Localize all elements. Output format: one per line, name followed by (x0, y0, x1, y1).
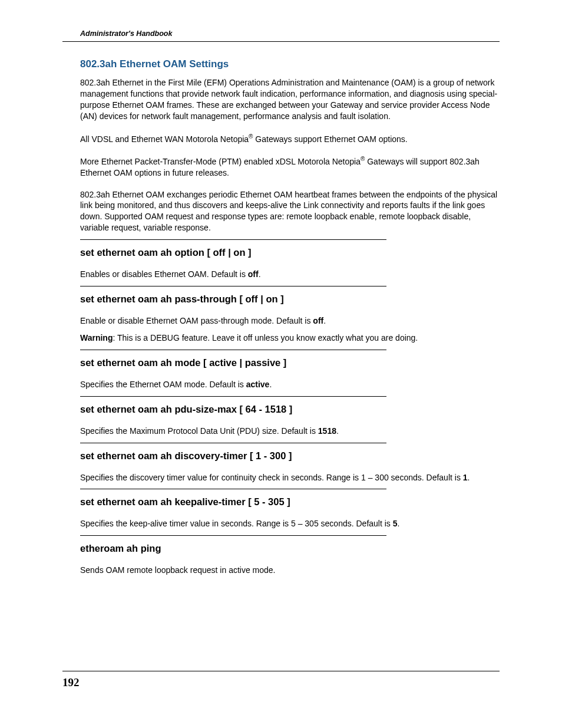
text: Specifies the Maximum Protocol Data Unit… (80, 426, 318, 436)
text: Specifies the discovery timer value for … (80, 473, 463, 482)
command-description: Specifies the Ethernet OAM mode. Default… (80, 379, 500, 390)
text: . (336, 426, 339, 436)
header-rule (62, 41, 500, 42)
command-heading: set ethernet oam ah mode [ active | pass… (80, 357, 500, 368)
command-heading: set ethernet oam ah pdu-size-max [ 64 - … (80, 404, 500, 415)
page-number: 192 (62, 676, 80, 689)
default-value: off (248, 269, 259, 279)
divider (80, 286, 386, 286)
text: . (269, 380, 272, 389)
intro-paragraph-4: 802.3ah Ethernet OAM exchanges periodic … (80, 189, 500, 234)
command-heading: set ethernet oam ah keepalive-timer [ 5 … (80, 496, 500, 508)
command-heading: set ethernet oam ah pass-through [ off |… (80, 294, 500, 305)
text: Enables or disables Ethernet OAM. Defaul… (80, 269, 248, 279)
text: . (259, 269, 261, 279)
divider (80, 239, 386, 240)
text: . (398, 519, 400, 528)
divider (80, 489, 386, 489)
text: . (323, 316, 326, 325)
default-value: 1 (463, 473, 468, 482)
divider (80, 535, 386, 536)
command-heading: etheroam ah ping (80, 543, 500, 554)
footer-rule (62, 671, 500, 671)
command-block: set ethernet oam ah option [ off | on ]E… (62, 239, 500, 280)
command-block: set ethernet oam ah keepalive-timer [ 5 … (62, 489, 500, 529)
command-description: Enables or disables Ethernet OAM. Defaul… (80, 269, 500, 280)
intro-paragraph-2: All VDSL and Ethernet WAN Motorola Netop… (80, 133, 500, 145)
text: Enable or disable Ethernet OAM pass-thro… (80, 316, 313, 325)
default-value: 5 (393, 519, 398, 528)
section-title: 802.3ah Ethernet OAM Settings (80, 58, 500, 70)
command-block: set ethernet oam ah pdu-size-max [ 64 - … (62, 396, 500, 437)
command-description: Specifies the keep-alive timer value in … (80, 518, 500, 529)
text: Sends OAM remote loopback request in act… (80, 565, 276, 575)
default-value: active (246, 380, 270, 389)
text: . (468, 473, 470, 482)
text: Specifies the keep-alive timer value in … (80, 519, 393, 528)
intro-paragraph-1: 802.3ah Ethernet in the First Mile (EFM)… (80, 77, 500, 122)
warning-label: Warning (80, 333, 113, 342)
command-description: Sends OAM remote loopback request in act… (80, 565, 500, 576)
command-block: set ethernet oam ah discovery-timer [ 1 … (62, 443, 500, 483)
command-heading: set ethernet oam ah discovery-timer [ 1 … (80, 450, 500, 462)
command-warning: Warning: This is a DEBUG feature. Leave … (80, 332, 500, 344)
command-block: set ethernet oam ah pass-through [ off |… (62, 286, 500, 344)
header-label: Administrator's Handbook (80, 29, 500, 38)
text: Gateways support Ethernet OAM options. (253, 134, 407, 143)
divider (80, 396, 386, 397)
text: Specifies the Ethernet OAM mode. Default… (80, 380, 246, 389)
text: : This is a DEBUG feature. Leave it off … (113, 333, 418, 342)
command-description: Specifies the Maximum Protocol Data Unit… (80, 426, 500, 437)
command-description: Specifies the discovery timer value for … (80, 472, 500, 483)
default-value: 1518 (318, 426, 336, 436)
divider (80, 443, 386, 443)
intro-paragraph-3: More Ethernet Packet-Transfer-Mode (PTM)… (80, 155, 500, 178)
divider (80, 350, 386, 350)
text: All VDSL and Ethernet WAN Motorola Netop… (80, 134, 249, 143)
default-value: off (313, 316, 323, 325)
command-block: set ethernet oam ah mode [ active | pass… (62, 350, 500, 390)
command-description: Enable or disable Ethernet OAM pass-thro… (80, 315, 500, 327)
command-block: etheroam ah pingSends OAM remote loopbac… (62, 535, 500, 576)
command-heading: set ethernet oam ah option [ off | on ] (80, 247, 500, 258)
text: More Ethernet Packet-Transfer-Mode (PTM)… (80, 157, 361, 166)
